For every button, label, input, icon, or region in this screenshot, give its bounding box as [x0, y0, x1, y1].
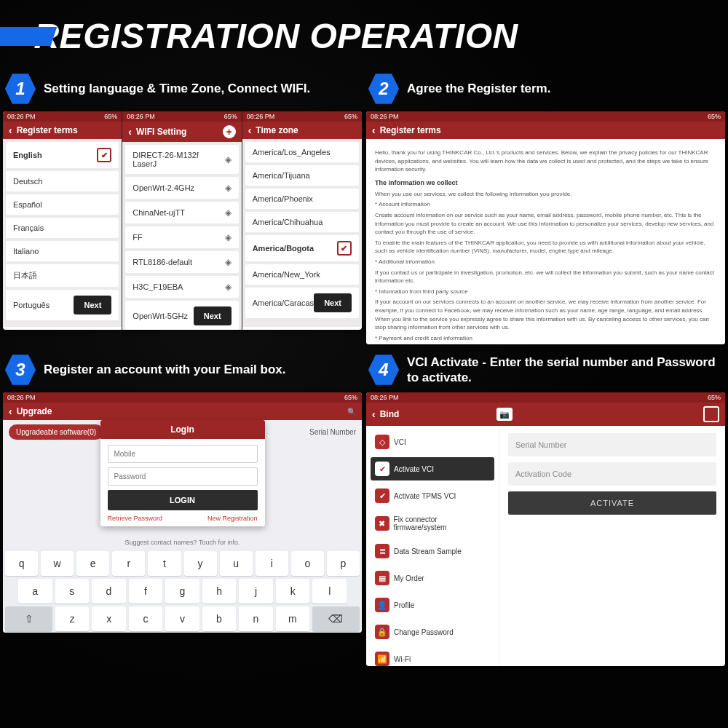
key-q[interactable]: q — [5, 551, 38, 576]
key-⌫[interactable]: ⌫ — [312, 606, 360, 631]
menu-icon: ✖ — [375, 516, 389, 531]
wifi-icon: ◈ — [225, 183, 232, 193]
tab-upgradeable[interactable]: Upgradeable software(0) — [9, 424, 103, 440]
menu-icon: ≣ — [375, 544, 389, 558]
tz-item[interactable]: America/New_York — [245, 264, 359, 285]
wifi-icon: ◈ — [225, 154, 232, 165]
mobile-input[interactable] — [108, 445, 258, 463]
key-j[interactable]: j — [239, 579, 273, 604]
check-icon: ✔ — [97, 148, 111, 162]
step-3-badge: 3 — [4, 354, 36, 386]
back-icon[interactable]: ‹ — [248, 125, 252, 135]
serial-input[interactable]: Serial Number — [508, 433, 716, 456]
key-a[interactable]: a — [18, 579, 52, 604]
tz-item[interactable]: America/Phoenix — [245, 189, 359, 209]
add-wifi-icon[interactable]: + — [223, 125, 236, 138]
sidebar-item[interactable]: ✖Fix connector firmware/system — [371, 511, 494, 536]
tz-item[interactable]: America/Chihuahua — [245, 212, 359, 232]
sidebar-item[interactable]: ✔Activate TPMS VCI — [371, 484, 494, 507]
key-k[interactable]: k — [276, 579, 310, 604]
sidebar-item[interactable]: ▦My Order — [371, 566, 494, 590]
back-icon[interactable]: ‹ — [9, 406, 12, 416]
wifi-item[interactable]: FF◈ — [125, 226, 238, 248]
wifi-item[interactable]: OpenWrt-5GHzNext — [125, 301, 238, 330]
wifi-next-button[interactable]: Next — [194, 306, 232, 325]
key-o[interactable]: o — [291, 551, 324, 576]
lang-item[interactable]: 日本語 — [6, 264, 119, 287]
tz-header[interactable]: ‹Time zone — [242, 122, 362, 139]
menu-icon: ✔ — [375, 462, 389, 476]
wifi-item[interactable]: H3C_F19EBA◈ — [125, 276, 238, 298]
tz-item[interactable]: America/Tijuana — [245, 165, 359, 186]
activation-code-input[interactable]: Activation Code — [508, 462, 716, 486]
back-icon[interactable]: ‹ — [9, 125, 12, 135]
key-t[interactable]: t — [148, 551, 181, 576]
step-3: 3 Register an account with your Email bo… — [3, 349, 362, 666]
key-d[interactable]: d — [92, 579, 126, 604]
key-y[interactable]: y — [184, 551, 217, 576]
back-icon[interactable]: ‹ — [372, 125, 376, 135]
lang-item[interactable]: PortuguêsNext — [6, 290, 119, 320]
sidebar-item[interactable]: ≣Data Stream Sample — [371, 539, 494, 563]
check-icon: ✔ — [337, 241, 352, 256]
key-f[interactable]: f — [129, 579, 163, 604]
activate-button[interactable]: ACTIVATE — [508, 491, 716, 515]
key-p[interactable]: p — [327, 551, 360, 576]
key-v[interactable]: v — [165, 606, 199, 631]
key-g[interactable]: g — [165, 579, 199, 604]
tz-item[interactable]: America/Los_Angeles — [245, 142, 359, 162]
upgrade-header[interactable]: ‹Upgrade🔍 — [3, 403, 362, 420]
wifi-item[interactable]: DIRECT-26-M132f LaserJ◈ — [125, 145, 238, 174]
lang-english[interactable]: English✔ — [6, 142, 119, 168]
wifi-item[interactable]: ChinaNet-ujTT◈ — [125, 202, 238, 223]
tz-item[interactable]: America/CaracasNext — [245, 288, 359, 318]
back-icon[interactable]: ‹ — [372, 409, 376, 419]
wifi-item[interactable]: OpenWrt-2.4GHz◈ — [125, 177, 238, 199]
keyboard-hint[interactable]: Suggest contact names? Touch for info. — [3, 537, 362, 548]
new-registration-link[interactable]: New Registration — [207, 515, 258, 522]
key-b[interactable]: b — [202, 606, 236, 631]
terms-header[interactable]: ‹Register terms — [366, 122, 725, 139]
lang-item[interactable]: Español — [6, 194, 119, 215]
lang-item[interactable]: Deutsch — [6, 171, 119, 191]
password-input[interactable] — [108, 467, 258, 486]
tz-bogota[interactable]: America/Bogota✔ — [245, 235, 359, 261]
key-u[interactable]: u — [220, 551, 253, 576]
key-l[interactable]: l — [312, 579, 347, 604]
lang-header[interactable]: ‹Register terms — [3, 122, 122, 139]
key-w[interactable]: w — [41, 551, 74, 576]
lang-next-button[interactable]: Next — [74, 296, 111, 314]
step-4-badge: 4 — [368, 354, 400, 386]
key-i[interactable]: i — [256, 551, 288, 576]
lang-item[interactable]: Italiano — [6, 241, 119, 261]
key-s[interactable]: s — [55, 579, 90, 604]
step-2-badge: 2 — [368, 73, 400, 105]
sidebar-item[interactable]: 🔒Change Password — [371, 620, 494, 644]
lang-item[interactable]: Français — [6, 218, 119, 238]
sidebar-item[interactable]: ✔Activate VCI — [371, 457, 494, 480]
home-icon[interactable] — [703, 406, 719, 422]
retrieve-password-link[interactable]: Retrieve Password — [108, 515, 163, 522]
camera-icon[interactable]: 📷 — [496, 408, 513, 421]
key-m[interactable]: m — [276, 606, 309, 631]
key-⇧[interactable]: ⇧ — [5, 606, 52, 631]
bind-header[interactable]: ‹Bind📷 — [366, 403, 725, 426]
wifi-item[interactable]: RTL8186-default◈ — [125, 251, 238, 273]
key-c[interactable]: c — [129, 606, 162, 631]
sidebar-item[interactable]: ◇VCI — [371, 430, 494, 454]
key-r[interactable]: r — [112, 551, 145, 576]
key-x[interactable]: x — [92, 606, 125, 631]
key-z[interactable]: z — [55, 606, 89, 631]
menu-icon: 👤 — [375, 598, 389, 612]
sidebar-item[interactable]: 📶Wi-Fi — [371, 647, 494, 666]
key-n[interactable]: n — [239, 606, 272, 631]
back-icon[interactable]: ‹ — [128, 127, 132, 137]
wifi-header[interactable]: ‹WIFI Setting+ — [122, 122, 241, 142]
sidebar-item[interactable]: 👤Profile — [371, 593, 494, 617]
tz-next-button[interactable]: Next — [314, 293, 352, 312]
login-button[interactable]: LOGIN — [108, 490, 258, 510]
key-e[interactable]: e — [76, 551, 109, 576]
keyboard: qwertyuiop asdfghjkl ⇧zxcvbnm⌫ ?123,.➜ — [3, 548, 362, 633]
terms-body[interactable]: Hello, thank you for using THINKCAR Co.,… — [366, 139, 725, 344]
key-h[interactable]: h — [202, 579, 237, 604]
